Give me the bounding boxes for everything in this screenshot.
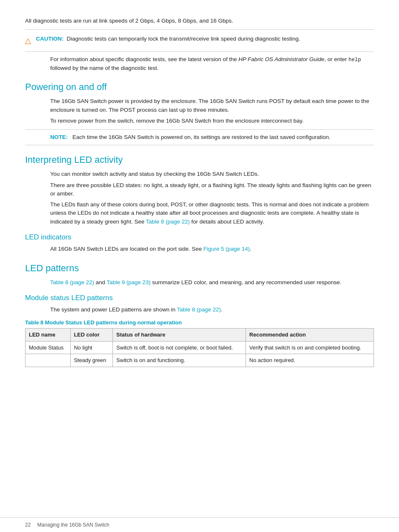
- led-para2: There are three possible LED states: no …: [25, 181, 374, 198]
- table-cell-action: No action required.: [246, 354, 374, 367]
- table-cell-led-color: Steady green: [70, 354, 113, 367]
- patterns-table8-link[interactable]: Table 8 (page 22): [50, 279, 94, 285]
- th-led-name: LED name: [26, 329, 71, 342]
- section-heading-module-status: Module status LED patterns: [25, 293, 374, 303]
- note-text: Each time the 16Gb SAN Switch is powered…: [72, 134, 330, 140]
- divider-2: [25, 51, 374, 52]
- info-paragraph: For information about specific diagnosti…: [25, 55, 374, 72]
- footer-page-number: 22: [25, 521, 31, 529]
- caution-label: CAUTION:: [36, 36, 64, 42]
- note-block: NOTE: Each time the 16Gb SAN Switch is p…: [25, 129, 374, 145]
- table-cell-status: Switch is off, boot is not complete, or …: [113, 341, 246, 354]
- info-text-1: For information about specific diagnosti…: [50, 56, 238, 62]
- led-indicators-text2: .: [250, 246, 251, 252]
- info-text-3: followed by the name of the diagnostic t…: [50, 65, 159, 71]
- section-heading-power: Powering on and off: [25, 80, 374, 94]
- caution-text: CAUTION: Diagnostic tests can temporaril…: [36, 35, 300, 43]
- module-status-table: LED name LED color Status of hardware Re…: [25, 328, 374, 367]
- footer: 22 Managing the 16Gb SAN Switch: [0, 517, 399, 532]
- module-text-part1: The system and power LED patterns are sh…: [50, 306, 177, 313]
- top-paragraph: All diagnostic tests are run at link spe…: [25, 17, 374, 25]
- led-indicators-text1: All 16Gb SAN Switch LEDs are located on …: [50, 246, 203, 252]
- section-heading-led-indicators: LED indicators: [25, 232, 374, 243]
- caution-icon: △: [25, 35, 31, 46]
- note-label: NOTE:: [50, 134, 68, 140]
- led-para1: You can monitor switch activity and stat…: [25, 170, 374, 178]
- section-heading-led: Interpreting LED activity: [25, 153, 374, 167]
- led-figure5-link[interactable]: Figure 5 (page 14): [203, 246, 250, 252]
- footer-text: Managing the 16Gb SAN Switch: [37, 521, 109, 529]
- info-italic: HP Fabric OS Administrator Guide: [238, 56, 324, 62]
- patterns-text-end: summarize LED color, and meaning, and an…: [151, 279, 341, 285]
- table-cell-led-name: Module Status: [26, 341, 71, 354]
- table-header-row: LED name LED color Status of hardware Re…: [26, 329, 374, 342]
- patterns-table9-link[interactable]: Table 9 (page 23): [107, 279, 151, 285]
- led-para3: The LEDs flash any of these colors durin…: [25, 200, 374, 226]
- table-cell-led-color: No light: [70, 341, 113, 354]
- led-indicators-text: All 16Gb SAN Switch LEDs are located on …: [25, 245, 374, 253]
- caution-block: △ CAUTION: Diagnostic tests can temporar…: [25, 33, 374, 48]
- page-content: All diagnostic tests are run at link spe…: [25, 17, 374, 367]
- module-table8-link[interactable]: Table 8 (page 22): [177, 306, 221, 313]
- caution-body: Diagnostic tests can temporarily lock th…: [67, 36, 300, 42]
- led-patterns-text: Table 8 (page 22) and Table 9 (page 23) …: [25, 278, 374, 287]
- section-heading-led-patterns: LED patterns: [25, 261, 374, 275]
- table-caption: Table 8 Module Status LED patterns durin…: [25, 319, 374, 327]
- info-code: help: [348, 57, 361, 63]
- module-text-end: .: [221, 306, 223, 313]
- divider-1: [25, 29, 374, 30]
- table-cell-status: Switch is on and functioning.: [113, 354, 246, 367]
- table-cell-action: Verify that switch is on and completed b…: [246, 341, 374, 354]
- table-cell-led-name: [26, 354, 71, 367]
- power-para2: To remove power from the switch, remove …: [25, 117, 374, 125]
- patterns-text-mid: and: [94, 279, 107, 285]
- module-status-text: The system and power LED patterns are sh…: [25, 306, 374, 314]
- info-text-2: , or enter: [325, 56, 349, 62]
- th-status: Status of hardware: [113, 329, 246, 342]
- led-para3-part2: for details about LED activity.: [190, 218, 264, 225]
- table-row: Steady greenSwitch is on and functioning…: [26, 354, 374, 367]
- th-led-color: LED color: [70, 329, 113, 342]
- power-para1: The 16Gb SAN Switch power is provided by…: [25, 97, 374, 114]
- table-row: Module StatusNo lightSwitch is off, boot…: [26, 341, 374, 354]
- led-table8-link[interactable]: Table 8 (page 22): [146, 218, 190, 225]
- th-action: Recommended action: [246, 329, 374, 342]
